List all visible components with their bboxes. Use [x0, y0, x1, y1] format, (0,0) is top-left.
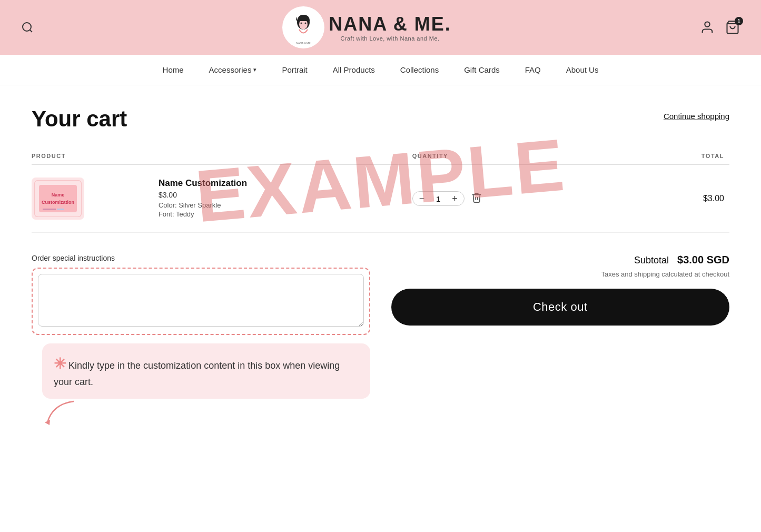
subtotal-row: Subtotal $3.00 SGD: [391, 254, 730, 266]
account-icon: [700, 20, 715, 35]
tooltip-text: Kindly type in the customization content…: [54, 360, 340, 387]
col-empty: [159, 153, 412, 159]
svg-line-1: [30, 30, 32, 32]
logo-circle: NANA & ME: [282, 6, 324, 48]
table-row: Name Customization Name Customization $3…: [32, 165, 729, 233]
quantity-stepper: − 1 +: [412, 191, 464, 206]
product-font: Font: Teddy: [159, 210, 412, 218]
product-image: Name Customization: [32, 178, 84, 220]
tax-note: Taxes and shipping calculated at checkou…: [391, 270, 730, 278]
product-price: $3.00: [159, 191, 412, 199]
subtotal-label: Subtotal: [634, 255, 669, 266]
nav-item-all-products[interactable]: All Products: [320, 55, 388, 85]
delete-item-button[interactable]: [471, 192, 482, 206]
main-nav: Home Accessories ▾ Portrait All Products…: [0, 55, 761, 85]
tooltip-bubble: ✳ Kindly type in the customization conte…: [42, 343, 370, 399]
special-instructions-textarea[interactable]: [38, 274, 364, 327]
product-name: Name Customization: [159, 178, 412, 189]
svg-text:Customization: Customization: [42, 200, 74, 205]
logo-tagline-text: Craft with Love, with Nana and Me.: [329, 35, 451, 42]
nav-item-faq[interactable]: FAQ: [512, 55, 554, 85]
subtotal-value: $3.00 SGD: [677, 254, 729, 266]
product-color: Color: Silver Sparkle: [159, 201, 412, 209]
nav-item-accessories[interactable]: Accessories ▾: [196, 55, 270, 85]
header-search-area: [21, 21, 34, 34]
svg-point-0: [23, 23, 31, 31]
cart-bottom-section: Order special instructions ✳ Kindly type…: [32, 254, 729, 425]
header-action-icons: 1: [700, 20, 740, 35]
nav-item-about-us[interactable]: About Us: [554, 55, 611, 85]
main-content: EXAMPLE Your cart Continue shopping PROD…: [0, 85, 761, 512]
search-icon: [21, 21, 34, 34]
logo-area: NANA & ME NANA & ME. Craft with Love, wi…: [34, 6, 700, 48]
nav-item-collections[interactable]: Collections: [388, 55, 451, 85]
special-instructions-area: Order special instructions ✳ Kindly type…: [32, 254, 370, 425]
logo-illustration: NANA & ME: [283, 7, 323, 47]
account-button[interactable]: [700, 20, 715, 35]
quantity-increase-button[interactable]: +: [450, 194, 460, 203]
cart-badge-count: 1: [735, 17, 743, 25]
quantity-decrease-button[interactable]: −: [417, 194, 427, 203]
tooltip-star-icon: ✳: [54, 356, 66, 372]
nav-item-home[interactable]: Home: [150, 55, 196, 85]
continue-shopping-button[interactable]: Continue shopping: [664, 112, 729, 121]
logo-brand-text: NANA & ME.: [329, 13, 451, 35]
cart-button[interactable]: 1: [725, 20, 740, 35]
nav-item-gift-cards[interactable]: Gift Cards: [451, 55, 512, 85]
svg-point-6: [305, 23, 307, 24]
col-quantity: QUANTITY: [412, 153, 602, 159]
search-button[interactable]: [21, 21, 34, 34]
special-instructions-label: Order special instructions: [32, 254, 370, 262]
cart-title: Your cart: [32, 106, 127, 132]
tooltip-arrow-icon: [42, 399, 79, 425]
product-details: Name Customization $3.00 Color: Silver S…: [159, 178, 412, 219]
quantity-controls: − 1 +: [412, 191, 602, 206]
col-product: PRODUCT: [32, 153, 159, 159]
product-thumbnail: Name Customization: [35, 181, 81, 216]
cart-header: Your cart Continue shopping: [32, 106, 729, 132]
nav-item-portrait[interactable]: Portrait: [269, 55, 320, 85]
line-total: $3.00: [602, 194, 729, 203]
svg-text:NANA & ME: NANA & ME: [297, 42, 311, 45]
svg-rect-11: [39, 185, 77, 212]
cart-summary: Subtotal $3.00 SGD Taxes and shipping ca…: [391, 254, 730, 326]
chevron-down-icon: ▾: [253, 66, 256, 73]
svg-point-5: [301, 23, 302, 24]
cart-table-header: PRODUCT QUANTITY TOTAL: [32, 147, 729, 165]
svg-text:Name: Name: [52, 192, 65, 198]
svg-point-8: [705, 22, 709, 27]
col-total: TOTAL: [602, 153, 729, 159]
checkout-button[interactable]: Check out: [391, 289, 730, 326]
trash-icon: [471, 192, 482, 203]
quantity-value: 1: [433, 194, 443, 203]
site-header: NANA & ME NANA & ME. Craft with Love, wi…: [0, 0, 761, 55]
